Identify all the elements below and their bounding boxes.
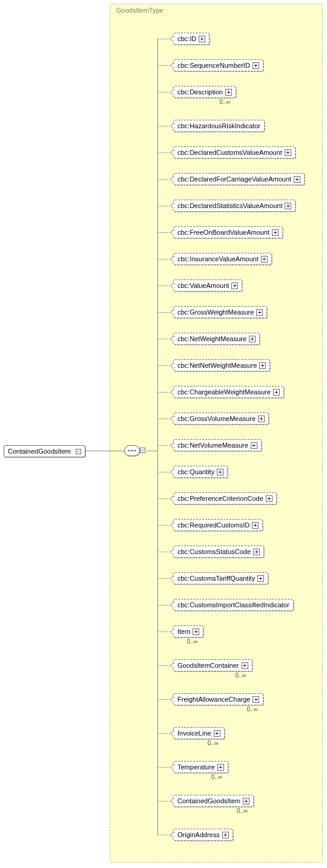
- child-node-freightAllowanceCharge[interactable]: FreightAllowanceCharge: [173, 693, 263, 705]
- expand-icon[interactable]: [266, 495, 272, 502]
- child-node-netNetWeightMeasure[interactable]: cbc:NetNetWeightMeasure: [173, 359, 270, 371]
- child-node-item[interactable]: Item: [173, 625, 203, 638]
- child-node-preferenceCriterionCode[interactable]: cbc:PreferenceCriterionCode: [173, 492, 277, 504]
- child-node-originAddress[interactable]: OriginAddress: [173, 829, 233, 841]
- sequence-connector: [124, 445, 140, 456]
- child-label: cbc:InsuranceValueAmount: [177, 255, 259, 263]
- child-label: ContainedGoodsItem: [177, 797, 240, 804]
- expand-icon[interactable]: [253, 696, 259, 703]
- child-node-customsImportClassifiedIndicator[interactable]: cbc:CustomsImportClassifiedIndicator: [173, 599, 294, 611]
- child-label: cbc:CustomsStatusCode: [177, 548, 251, 555]
- child-node-quantity[interactable]: cbc:Quantity: [173, 466, 228, 478]
- expand-icon[interactable]: [243, 798, 249, 804]
- child-label: cbc:Description: [177, 88, 223, 96]
- expand-icon[interactable]: [261, 256, 268, 263]
- child-label: cbc:SequenceNumberID: [177, 62, 250, 69]
- expand-icon[interactable]: [217, 469, 223, 475]
- occurrence-label: 0..∞: [187, 638, 197, 645]
- root-node[interactable]: ContainedGoodsItem: [4, 445, 85, 457]
- child-node-netWeightMeasure[interactable]: cbc:NetWeightMeasure: [173, 333, 260, 345]
- occurrence-label: 0..∞: [211, 774, 222, 780]
- occurrence-label: 0..∞: [237, 808, 248, 814]
- child-label: cbc:DeclaredStatisticsValueAmount: [177, 202, 282, 209]
- expand-icon[interactable]: [257, 575, 264, 582]
- expand-icon[interactable]: [252, 522, 259, 529]
- expand-icon[interactable]: [217, 764, 224, 771]
- child-label: cbc:GrossVolumeMeasure: [177, 415, 256, 422]
- expand-icon[interactable]: [251, 442, 257, 449]
- expand-icon[interactable]: [214, 730, 220, 737]
- child-label: cbc:NetVolumeMeasure: [177, 442, 248, 449]
- child-node-chargeableWeightMeasure[interactable]: cbc:ChargeableWeightMeasure: [173, 386, 284, 398]
- child-label: cbc:NetWeightMeasure: [177, 335, 246, 342]
- child-label: Temperature: [177, 763, 215, 771]
- sequence-expander[interactable]: [140, 448, 145, 453]
- child-label: cbc:NetNetWeightMeasure: [177, 362, 257, 369]
- child-label: cbc:FreeOnBoardValueAmount: [177, 229, 269, 236]
- child-node-temperature[interactable]: Temperature: [173, 761, 228, 773]
- expand-icon[interactable]: [253, 549, 260, 555]
- svg-point-2: [131, 450, 133, 451]
- child-label: GoodsItemContainer: [177, 662, 239, 669]
- svg-point-3: [134, 450, 136, 451]
- expand-icon[interactable]: [242, 662, 248, 669]
- child-node-hazardousRiskIndicator[interactable]: cbc:HazardousRiskIndicator: [173, 120, 265, 132]
- child-label: OriginAddress: [177, 831, 220, 838]
- expand-icon[interactable]: [193, 628, 199, 635]
- child-label: cbc:CustomsImportClassifiedIndicator: [177, 601, 289, 609]
- child-label: cbc:RequiredCustomsID: [177, 521, 249, 529]
- expand-icon[interactable]: [231, 282, 238, 289]
- minus-icon: [76, 449, 81, 454]
- child-node-customsStatusCode[interactable]: cbc:CustomsStatusCode: [173, 546, 264, 558]
- child-node-invoiceLine[interactable]: InvoiceLine: [173, 727, 225, 739]
- expand-icon[interactable]: [225, 89, 232, 96]
- occurrence-label: 0..∞: [208, 740, 219, 746]
- child-node-id[interactable]: cbc:ID: [173, 33, 210, 45]
- expand-icon[interactable]: [256, 309, 263, 316]
- child-node-netVolumeMeasure[interactable]: cbc:NetVolumeMeasure: [173, 439, 262, 451]
- child-label: cbc:ValueAmount: [177, 282, 229, 289]
- child-node-sequenceNumberID[interactable]: cbc:SequenceNumberID: [173, 59, 263, 71]
- expand-icon[interactable]: [258, 416, 265, 422]
- child-label: cbc:GrossWeightMeasure: [177, 308, 254, 316]
- child-label: FreightAllowanceCharge: [177, 696, 250, 703]
- child-node-customsTariffQuantity[interactable]: cbc:CustomsTariffQuantity: [173, 572, 268, 584]
- type-group-title: GoodsItemType: [116, 7, 164, 14]
- child-node-declaredCustomsValueAmount[interactable]: cbc:DeclaredCustomsValueAmount: [173, 146, 296, 158]
- child-node-requiredCustomsID[interactable]: cbc:RequiredCustomsID: [173, 519, 263, 531]
- child-label: cbc:CustomsTariffQuantity: [177, 575, 255, 582]
- occurrence-label: 0..∞: [246, 706, 257, 713]
- expand-icon[interactable]: [199, 36, 205, 42]
- child-node-insuranceValueAmount[interactable]: cbc:InsuranceValueAmount: [173, 253, 272, 265]
- child-node-declaredForCarriageValueAmount[interactable]: cbc:DeclaredForCarriageValueAmount: [173, 173, 305, 185]
- child-label: Item: [177, 628, 190, 635]
- child-label: InvoiceLine: [177, 729, 211, 737]
- expand-icon[interactable]: [294, 176, 300, 183]
- child-node-valueAmount[interactable]: cbc:ValueAmount: [173, 279, 242, 292]
- expand-icon[interactable]: [253, 62, 259, 69]
- child-label: cbc:ID: [177, 35, 196, 42]
- svg-point-1: [128, 450, 129, 451]
- expand-icon[interactable]: [259, 362, 266, 369]
- child-node-freeOnBoardValueAmount[interactable]: cbc:FreeOnBoardValueAmount: [173, 226, 283, 238]
- occurrence-label: 0..∞: [236, 672, 246, 679]
- expand-icon[interactable]: [285, 203, 291, 209]
- child-label: cbc:DeclaredCustomsValueAmount: [177, 149, 282, 156]
- child-node-goodsItemContainer[interactable]: GoodsItemContainer: [173, 659, 253, 671]
- expand-icon[interactable]: [285, 149, 291, 156]
- child-node-grossWeightMeasure[interactable]: cbc:GrossWeightMeasure: [173, 306, 267, 318]
- child-node-containedGoodsItem[interactable]: ContainedGoodsItem: [173, 795, 254, 807]
- expand-icon[interactable]: [249, 336, 256, 342]
- child-label: cbc:ChargeableWeightMeasure: [177, 388, 271, 396]
- child-node-description[interactable]: cbc:Description: [173, 86, 236, 98]
- occurrence-label: 0..∞: [219, 99, 230, 105]
- child-node-declaredStatisticsValueAmount[interactable]: cbc:DeclaredStatisticsValueAmount: [173, 200, 296, 212]
- root-node-label: ContainedGoodsItem: [8, 448, 71, 455]
- expand-icon[interactable]: [222, 832, 229, 838]
- child-node-grossVolumeMeasure[interactable]: cbc:GrossVolumeMeasure: [173, 413, 269, 425]
- expand-icon[interactable]: [272, 229, 279, 236]
- child-label: cbc:HazardousRiskIndicator: [177, 122, 260, 129]
- child-label: cbc:PreferenceCriterionCode: [177, 495, 263, 502]
- child-label: cbc:DeclaredForCarriageValueAmount: [177, 175, 291, 183]
- expand-icon[interactable]: [273, 389, 280, 396]
